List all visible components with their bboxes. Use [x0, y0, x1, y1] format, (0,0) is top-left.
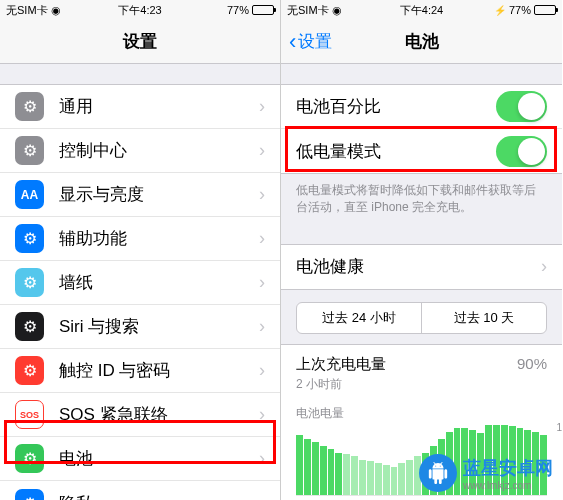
chevron-right-icon: ›	[259, 404, 265, 425]
row-label: 墙纸	[59, 271, 259, 294]
status-bar: 无SIM卡 ◉ 下午4:23 77%	[0, 0, 280, 20]
privacy-icon: ⚙	[15, 489, 44, 501]
bar	[398, 463, 405, 495]
row-label: 电池健康	[296, 255, 541, 278]
battery-pct-text: 77%	[509, 4, 531, 16]
row-label: 电池百分比	[296, 95, 496, 118]
row-label: 辅助功能	[59, 227, 259, 250]
bar	[359, 460, 366, 495]
bar	[328, 449, 335, 495]
chevron-right-icon: ›	[541, 256, 547, 277]
carrier-text: 无SIM卡	[287, 3, 329, 18]
chevron-left-icon: ‹	[289, 29, 296, 55]
bar	[367, 461, 374, 495]
tab-10d[interactable]: 过去 10 天	[422, 303, 546, 333]
settings-row-siri[interactable]: ⚙Siri 与搜索›	[0, 305, 280, 349]
charging-icon: ⚡	[494, 5, 506, 16]
general-icon: ⚙	[15, 92, 44, 121]
row-label: 触控 ID 与密码	[59, 359, 259, 382]
watermark-icon	[419, 454, 457, 492]
y-axis-100: 100%	[556, 422, 562, 433]
chevron-right-icon: ›	[259, 228, 265, 249]
nav-title: 设置	[123, 30, 157, 53]
battery-health-row[interactable]: 电池健康 ›	[281, 245, 562, 289]
settings-row-display[interactable]: AA显示与亮度›	[0, 173, 280, 217]
status-time: 下午4:23	[118, 3, 161, 18]
settings-row-control-center[interactable]: ⚙控制中心›	[0, 129, 280, 173]
chevron-right-icon: ›	[259, 140, 265, 161]
chevron-right-icon: ›	[259, 184, 265, 205]
settings-row-wallpaper[interactable]: ⚙墙纸›	[0, 261, 280, 305]
bar	[296, 435, 303, 495]
last-charge-sub: 2 小时前	[296, 376, 547, 393]
wallpaper-icon: ⚙	[15, 268, 44, 297]
row-label: 控制中心	[59, 139, 259, 162]
bar	[320, 446, 327, 495]
accessibility-icon: ⚙	[15, 224, 44, 253]
wifi-icon: ◉	[332, 4, 342, 17]
bar	[335, 453, 342, 495]
row-label: 显示与亮度	[59, 183, 259, 206]
settings-row-touchid[interactable]: ⚙触控 ID 与密码›	[0, 349, 280, 393]
status-time: 下午4:24	[400, 3, 443, 18]
battery-screen: 无SIM卡 ◉ 下午4:24 ⚡77% ‹设置 电池 电池百分比 低电量模式 低…	[281, 0, 562, 500]
settings-row-accessibility[interactable]: ⚙辅助功能›	[0, 217, 280, 261]
bar	[351, 456, 358, 495]
settings-row-general[interactable]: ⚙通用›	[0, 85, 280, 129]
nav-bar: 设置	[0, 20, 280, 64]
low-power-mode-row[interactable]: 低电量模式	[281, 129, 562, 173]
chevron-right-icon: ›	[259, 448, 265, 469]
row-label: 电池	[59, 447, 259, 470]
row-label: SOS 紧急联络	[59, 403, 259, 426]
nav-title: 电池	[405, 30, 439, 53]
sos-icon: SOS	[15, 400, 44, 429]
bar	[406, 460, 413, 495]
control-center-icon: ⚙	[15, 136, 44, 165]
settings-row-sos[interactable]: SOSSOS 紧急联络›	[0, 393, 280, 437]
battery-pct-toggle[interactable]	[496, 91, 547, 122]
time-range-tabs: 过去 24 小时 过去 10 天	[296, 302, 547, 334]
watermark-text: 蓝星安卓网	[463, 458, 553, 478]
bar	[304, 439, 311, 495]
bar	[312, 442, 319, 495]
settings-screen: 无SIM卡 ◉ 下午4:23 77% 设置 ⚙通用›⚙控制中心›AA显示与亮度›…	[0, 0, 281, 500]
bar	[391, 467, 398, 495]
wifi-icon: ◉	[51, 4, 61, 17]
nav-bar: ‹设置 电池	[281, 20, 562, 64]
tab-24h[interactable]: 过去 24 小时	[297, 303, 422, 333]
siri-icon: ⚙	[15, 312, 44, 341]
chevron-right-icon: ›	[259, 316, 265, 337]
chevron-right-icon: ›	[259, 360, 265, 381]
battery-level-label: 电池电量	[296, 405, 547, 422]
battery-percentage-row[interactable]: 电池百分比	[281, 85, 562, 129]
bar	[343, 454, 350, 495]
bar	[375, 463, 382, 495]
carrier-text: 无SIM卡	[6, 3, 48, 18]
chevron-right-icon: ›	[259, 493, 265, 501]
touchid-icon: ⚙	[15, 356, 44, 385]
last-charge-pct: 90%	[517, 355, 547, 372]
chevron-right-icon: ›	[259, 272, 265, 293]
row-label: 低电量模式	[296, 140, 496, 163]
row-label: 通用	[59, 95, 259, 118]
battery-icon: ⚙	[15, 444, 44, 473]
low-power-toggle[interactable]	[496, 136, 547, 167]
status-bar: 无SIM卡 ◉ 下午4:24 ⚡77%	[281, 0, 562, 20]
battery-pct-text: 77%	[227, 4, 249, 16]
bar	[383, 465, 390, 494]
battery-icon	[252, 5, 274, 15]
battery-icon	[534, 5, 556, 15]
nav-back-label: 设置	[298, 30, 332, 53]
low-power-footer: 低电量模式将暂时降低如下载和邮件获取等后台活动，直至 iPhone 完全充电。	[281, 174, 562, 224]
row-label: Siri 与搜索	[59, 315, 259, 338]
settings-row-battery[interactable]: ⚙电池›	[0, 437, 280, 481]
nav-back-button[interactable]: ‹设置	[289, 29, 332, 55]
watermark: 蓝星安卓网 www.lmkjz.com	[419, 454, 553, 492]
row-label: 隐私	[59, 492, 259, 501]
chevron-right-icon: ›	[259, 96, 265, 117]
last-charge-title: 上次充电电量	[296, 355, 547, 374]
display-icon: AA	[15, 180, 44, 209]
settings-row-privacy[interactable]: ⚙隐私›	[0, 481, 280, 500]
watermark-url: www.lmkjz.com	[463, 480, 553, 491]
